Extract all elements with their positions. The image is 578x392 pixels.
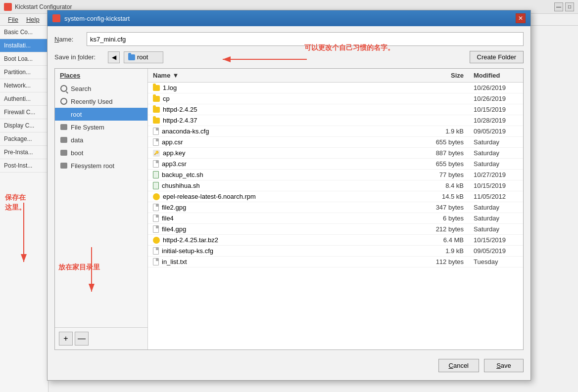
file-menu[interactable]: File xyxy=(4,16,22,23)
sidebar-item-basic[interactable]: Basic Co... xyxy=(0,26,48,39)
rpm-icon xyxy=(153,237,160,244)
file-modified-cell: 10/15/2019 xyxy=(469,236,523,244)
sidebar-item-package[interactable]: Package... xyxy=(0,132,48,146)
sidebar-item-bootloader[interactable]: Boot Loa... xyxy=(0,52,48,66)
file-size-cell: 8.4 kB xyxy=(424,182,469,189)
list-item[interactable]: chushihua.sh 8.4 kB 10/15/2019 xyxy=(148,180,523,191)
file-name-cell: app.csr xyxy=(148,138,424,146)
list-item[interactable]: in_list.txt 112 bytes Tuesday xyxy=(148,257,523,267)
dialog-buttons: Cancel Save xyxy=(54,355,524,374)
file-name: httpd-2.4.25 xyxy=(163,106,197,113)
places-item-data[interactable]: data xyxy=(55,133,147,146)
current-folder-display: root xyxy=(124,51,163,63)
sidebar-item-network[interactable]: Network... xyxy=(0,79,48,92)
sidebar-item-firewall[interactable]: Firewall C... xyxy=(0,106,48,119)
file-icon xyxy=(153,128,159,135)
file-modified-cell: 11/05/2012 xyxy=(469,193,523,200)
file-modified-cell: Saturday xyxy=(469,204,523,211)
filename-input[interactable] xyxy=(87,32,524,46)
sidebar-item-display[interactable]: Display C... xyxy=(0,119,48,132)
column-size[interactable]: Size xyxy=(424,71,469,80)
list-item[interactable]: httpd-2.4.37 10/28/2019 xyxy=(148,115,523,126)
dialog-body: Name: Save in folder: ◀ root Create Fold… xyxy=(48,26,530,380)
list-item[interactable]: file4.gpg 212 bytes Saturday xyxy=(148,224,523,235)
file-name-cell: httpd-2.4.25.tar.bz2 xyxy=(148,236,424,244)
places-item-search[interactable]: Search xyxy=(55,82,147,95)
folder-back-button[interactable]: ◀ xyxy=(108,51,120,63)
folder-name: root xyxy=(137,53,148,61)
folder-icon xyxy=(153,96,160,102)
file-list: 1.log 10/26/2019 cp 10/26/2019 httpd-2.4… xyxy=(148,83,523,349)
maximize-button[interactable]: □ xyxy=(565,2,574,11)
list-item[interactable]: anaconda-ks.cfg 1.9 kB 09/05/2019 xyxy=(148,126,523,137)
sidebar-item-auth[interactable]: Authenti... xyxy=(0,92,48,106)
list-item[interactable]: app3.csr 655 bytes Saturday xyxy=(148,159,523,170)
file-modified-cell: 10/28/2019 xyxy=(469,117,523,124)
file-name: chushihua.sh xyxy=(162,182,200,189)
rpm-icon xyxy=(153,193,160,200)
sidebar-item-partition[interactable]: Partition... xyxy=(0,66,48,79)
file-name-cell: in_list.txt xyxy=(148,258,424,265)
file-name: app3.csr xyxy=(162,160,187,168)
list-item[interactable]: 🔑 app.key 887 bytes Saturday xyxy=(148,148,523,159)
dialog-title: system-config-kickstart xyxy=(64,15,130,22)
search-icon xyxy=(60,85,68,92)
file-modified-cell: Saturday xyxy=(469,149,523,157)
file-name-cell: 🔑 app.key xyxy=(148,149,424,157)
places-item-filesystem[interactable]: File System xyxy=(55,121,147,133)
file-name: httpd-2.4.25.tar.bz2 xyxy=(163,236,218,244)
file-name: app.csr xyxy=(162,138,183,146)
places-item-boot[interactable]: boot xyxy=(55,146,147,159)
remove-bookmark-button[interactable]: — xyxy=(75,332,89,346)
file-icon xyxy=(153,160,159,168)
list-item[interactable]: backup_etc.sh 77 bytes 10/27/2019 xyxy=(148,170,523,180)
places-item-fsroot[interactable]: Filesystem root xyxy=(55,159,147,172)
places-label-filesystem: File System xyxy=(71,124,104,131)
places-item-root[interactable]: root xyxy=(55,108,147,121)
dialog-icon xyxy=(52,14,60,22)
file-name: backup_etc.sh xyxy=(162,171,203,178)
file-modified-cell: Tuesday xyxy=(469,258,523,265)
file-size-cell: 1.9 kB xyxy=(424,128,469,135)
list-item[interactable]: cp 10/26/2019 xyxy=(148,93,523,104)
minimize-button[interactable]: — xyxy=(554,2,563,11)
help-menu[interactable]: Help xyxy=(22,16,44,23)
file-size-cell: 1.9 kB xyxy=(424,247,469,255)
sidebar-item-pre[interactable]: Pre-Insta... xyxy=(0,146,48,159)
places-item-recent[interactable]: Recently Used xyxy=(55,95,147,108)
list-item[interactable]: file2.gpg 347 bytes Saturday xyxy=(148,202,523,213)
file-name-cell: anaconda-ks.cfg xyxy=(148,128,424,135)
name-label: Name: xyxy=(54,36,82,43)
file-name-cell: app3.csr xyxy=(148,160,424,168)
file-name: file4 xyxy=(162,215,174,222)
file-name: file4.gpg xyxy=(162,225,186,233)
list-item[interactable]: app.csr 655 bytes Saturday xyxy=(148,137,523,148)
file-modified-cell: 10/27/2019 xyxy=(469,171,523,178)
dialog-close-button[interactable]: ✕ xyxy=(516,13,526,23)
column-modified[interactable]: Modified xyxy=(469,71,523,80)
list-item[interactable]: file4 6 bytes Saturday xyxy=(148,213,523,224)
list-item[interactable]: 1.log 10/26/2019 xyxy=(148,83,523,93)
file-name: epel-release-latest-6.noarch.rpm xyxy=(163,193,256,200)
list-item[interactable]: httpd-2.4.25.tar.bz2 6.4 MB 10/15/2019 xyxy=(148,235,523,246)
places-label-fsroot: Filesystem root xyxy=(71,162,114,170)
file-modified-cell: 09/05/2019 xyxy=(469,128,523,135)
file-modified-cell: 09/05/2019 xyxy=(469,247,523,255)
sidebar-item-post[interactable]: Post-Inst... xyxy=(0,159,48,173)
add-bookmark-button[interactable]: + xyxy=(59,332,73,346)
titlebar-controls: — □ xyxy=(554,2,574,11)
sidebar-item-installation[interactable]: Installati... xyxy=(0,39,48,52)
app-title: Kickstart Configurator xyxy=(15,3,72,10)
folder-icon xyxy=(153,85,160,91)
cancel-button[interactable]: Cancel xyxy=(438,359,479,372)
list-item[interactable]: httpd-2.4.25 10/15/2019 xyxy=(148,104,523,115)
column-name[interactable]: Name ▼ xyxy=(148,71,424,80)
file-size-cell: 14.5 kB xyxy=(424,193,469,200)
list-item[interactable]: epel-release-latest-6.noarch.rpm 14.5 kB… xyxy=(148,191,523,202)
file-name-cell: httpd-2.4.37 xyxy=(148,117,424,124)
list-item[interactable]: initial-setup-ks.cfg 1.9 kB 09/05/2019 xyxy=(148,246,523,257)
create-folder-button[interactable]: Create Folder xyxy=(470,51,524,63)
file-modified-cell: Saturday xyxy=(469,225,523,233)
file-icon xyxy=(153,204,159,211)
save-button[interactable]: Save xyxy=(484,359,524,372)
